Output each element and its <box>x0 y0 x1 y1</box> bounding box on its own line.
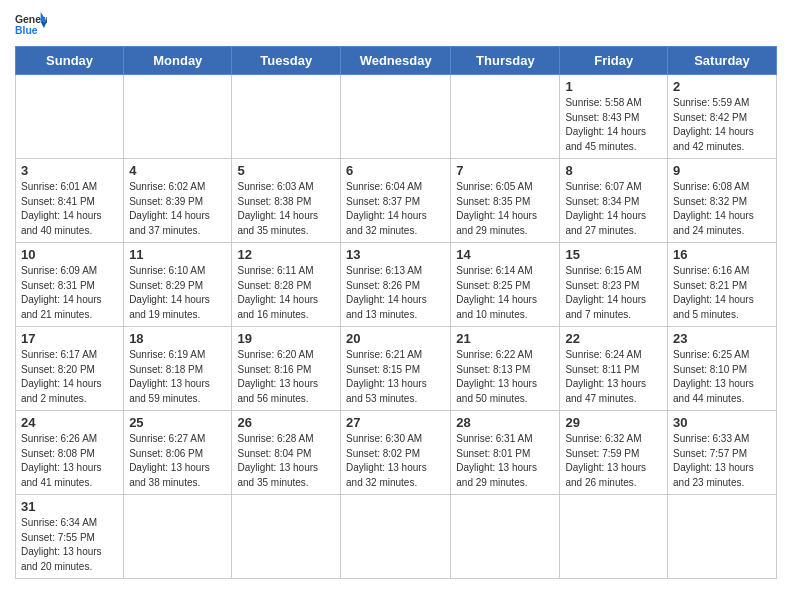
calendar-day-cell <box>124 495 232 579</box>
weekday-header-friday: Friday <box>560 47 668 75</box>
day-info: Sunrise: 6:14 AM Sunset: 8:25 PM Dayligh… <box>456 264 554 322</box>
day-info: Sunrise: 6:07 AM Sunset: 8:34 PM Dayligh… <box>565 180 662 238</box>
calendar-table: SundayMondayTuesdayWednesdayThursdayFrid… <box>15 46 777 579</box>
calendar-day-cell <box>560 495 668 579</box>
day-info: Sunrise: 6:10 AM Sunset: 8:29 PM Dayligh… <box>129 264 226 322</box>
day-info: Sunrise: 6:22 AM Sunset: 8:13 PM Dayligh… <box>456 348 554 406</box>
day-number: 30 <box>673 415 771 430</box>
day-number: 26 <box>237 415 335 430</box>
calendar-day-cell <box>451 495 560 579</box>
day-info: Sunrise: 6:05 AM Sunset: 8:35 PM Dayligh… <box>456 180 554 238</box>
calendar-day-cell <box>232 75 341 159</box>
day-info: Sunrise: 6:16 AM Sunset: 8:21 PM Dayligh… <box>673 264 771 322</box>
calendar-day-cell <box>451 75 560 159</box>
day-number: 24 <box>21 415 118 430</box>
day-number: 8 <box>565 163 662 178</box>
weekday-header-monday: Monday <box>124 47 232 75</box>
day-info: Sunrise: 6:01 AM Sunset: 8:41 PM Dayligh… <box>21 180 118 238</box>
calendar-day-cell: 30Sunrise: 6:33 AM Sunset: 7:57 PM Dayli… <box>668 411 777 495</box>
calendar-day-cell: 5Sunrise: 6:03 AM Sunset: 8:38 PM Daylig… <box>232 159 341 243</box>
day-number: 1 <box>565 79 662 94</box>
generalblue-logo-icon: General Blue <box>15 10 47 38</box>
day-info: Sunrise: 6:03 AM Sunset: 8:38 PM Dayligh… <box>237 180 335 238</box>
calendar-day-cell <box>124 75 232 159</box>
day-info: Sunrise: 5:58 AM Sunset: 8:43 PM Dayligh… <box>565 96 662 154</box>
day-number: 19 <box>237 331 335 346</box>
calendar-day-cell: 22Sunrise: 6:24 AM Sunset: 8:11 PM Dayli… <box>560 327 668 411</box>
day-info: Sunrise: 6:11 AM Sunset: 8:28 PM Dayligh… <box>237 264 335 322</box>
day-info: Sunrise: 6:04 AM Sunset: 8:37 PM Dayligh… <box>346 180 445 238</box>
calendar-day-cell: 21Sunrise: 6:22 AM Sunset: 8:13 PM Dayli… <box>451 327 560 411</box>
day-info: Sunrise: 6:28 AM Sunset: 8:04 PM Dayligh… <box>237 432 335 490</box>
calendar-day-cell: 15Sunrise: 6:15 AM Sunset: 8:23 PM Dayli… <box>560 243 668 327</box>
calendar-day-cell: 12Sunrise: 6:11 AM Sunset: 8:28 PM Dayli… <box>232 243 341 327</box>
day-info: Sunrise: 6:20 AM Sunset: 8:16 PM Dayligh… <box>237 348 335 406</box>
calendar-day-cell <box>341 495 451 579</box>
day-number: 7 <box>456 163 554 178</box>
calendar-week-row: 17Sunrise: 6:17 AM Sunset: 8:20 PM Dayli… <box>16 327 777 411</box>
day-number: 14 <box>456 247 554 262</box>
calendar-day-cell: 1Sunrise: 5:58 AM Sunset: 8:43 PM Daylig… <box>560 75 668 159</box>
day-info: Sunrise: 6:31 AM Sunset: 8:01 PM Dayligh… <box>456 432 554 490</box>
calendar-day-cell <box>16 75 124 159</box>
calendar-week-row: 31Sunrise: 6:34 AM Sunset: 7:55 PM Dayli… <box>16 495 777 579</box>
calendar-day-cell: 27Sunrise: 6:30 AM Sunset: 8:02 PM Dayli… <box>341 411 451 495</box>
weekday-header-saturday: Saturday <box>668 47 777 75</box>
day-info: Sunrise: 6:17 AM Sunset: 8:20 PM Dayligh… <box>21 348 118 406</box>
calendar-day-cell: 3Sunrise: 6:01 AM Sunset: 8:41 PM Daylig… <box>16 159 124 243</box>
day-number: 31 <box>21 499 118 514</box>
day-info: Sunrise: 6:21 AM Sunset: 8:15 PM Dayligh… <box>346 348 445 406</box>
weekday-header-tuesday: Tuesday <box>232 47 341 75</box>
calendar-day-cell: 17Sunrise: 6:17 AM Sunset: 8:20 PM Dayli… <box>16 327 124 411</box>
day-info: Sunrise: 6:25 AM Sunset: 8:10 PM Dayligh… <box>673 348 771 406</box>
calendar-day-cell: 19Sunrise: 6:20 AM Sunset: 8:16 PM Dayli… <box>232 327 341 411</box>
calendar-day-cell: 7Sunrise: 6:05 AM Sunset: 8:35 PM Daylig… <box>451 159 560 243</box>
day-number: 12 <box>237 247 335 262</box>
weekday-header-thursday: Thursday <box>451 47 560 75</box>
day-info: Sunrise: 6:26 AM Sunset: 8:08 PM Dayligh… <box>21 432 118 490</box>
calendar-day-cell: 6Sunrise: 6:04 AM Sunset: 8:37 PM Daylig… <box>341 159 451 243</box>
calendar-day-cell: 20Sunrise: 6:21 AM Sunset: 8:15 PM Dayli… <box>341 327 451 411</box>
day-number: 6 <box>346 163 445 178</box>
calendar-day-cell: 25Sunrise: 6:27 AM Sunset: 8:06 PM Dayli… <box>124 411 232 495</box>
weekday-header-row: SundayMondayTuesdayWednesdayThursdayFrid… <box>16 47 777 75</box>
logo: General Blue <box>15 10 47 38</box>
calendar-day-cell: 28Sunrise: 6:31 AM Sunset: 8:01 PM Dayli… <box>451 411 560 495</box>
day-number: 3 <box>21 163 118 178</box>
day-number: 25 <box>129 415 226 430</box>
calendar-day-cell <box>341 75 451 159</box>
calendar-week-row: 10Sunrise: 6:09 AM Sunset: 8:31 PM Dayli… <box>16 243 777 327</box>
day-number: 28 <box>456 415 554 430</box>
calendar-week-row: 3Sunrise: 6:01 AM Sunset: 8:41 PM Daylig… <box>16 159 777 243</box>
day-number: 4 <box>129 163 226 178</box>
calendar-week-row: 24Sunrise: 6:26 AM Sunset: 8:08 PM Dayli… <box>16 411 777 495</box>
day-number: 21 <box>456 331 554 346</box>
svg-text:Blue: Blue <box>15 25 38 36</box>
day-info: Sunrise: 6:27 AM Sunset: 8:06 PM Dayligh… <box>129 432 226 490</box>
day-number: 10 <box>21 247 118 262</box>
day-number: 13 <box>346 247 445 262</box>
day-info: Sunrise: 6:13 AM Sunset: 8:26 PM Dayligh… <box>346 264 445 322</box>
header: General Blue <box>15 10 777 38</box>
day-info: Sunrise: 6:09 AM Sunset: 8:31 PM Dayligh… <box>21 264 118 322</box>
day-number: 9 <box>673 163 771 178</box>
day-info: Sunrise: 6:08 AM Sunset: 8:32 PM Dayligh… <box>673 180 771 238</box>
day-info: Sunrise: 6:19 AM Sunset: 8:18 PM Dayligh… <box>129 348 226 406</box>
calendar-day-cell: 26Sunrise: 6:28 AM Sunset: 8:04 PM Dayli… <box>232 411 341 495</box>
calendar-day-cell: 13Sunrise: 6:13 AM Sunset: 8:26 PM Dayli… <box>341 243 451 327</box>
day-number: 5 <box>237 163 335 178</box>
calendar-day-cell: 16Sunrise: 6:16 AM Sunset: 8:21 PM Dayli… <box>668 243 777 327</box>
day-info: Sunrise: 6:24 AM Sunset: 8:11 PM Dayligh… <box>565 348 662 406</box>
calendar-day-cell: 31Sunrise: 6:34 AM Sunset: 7:55 PM Dayli… <box>16 495 124 579</box>
calendar-day-cell: 14Sunrise: 6:14 AM Sunset: 8:25 PM Dayli… <box>451 243 560 327</box>
calendar-day-cell: 9Sunrise: 6:08 AM Sunset: 8:32 PM Daylig… <box>668 159 777 243</box>
calendar-day-cell: 29Sunrise: 6:32 AM Sunset: 7:59 PM Dayli… <box>560 411 668 495</box>
day-number: 27 <box>346 415 445 430</box>
day-info: Sunrise: 6:30 AM Sunset: 8:02 PM Dayligh… <box>346 432 445 490</box>
day-number: 29 <box>565 415 662 430</box>
calendar-week-row: 1Sunrise: 5:58 AM Sunset: 8:43 PM Daylig… <box>16 75 777 159</box>
day-info: Sunrise: 6:34 AM Sunset: 7:55 PM Dayligh… <box>21 516 118 574</box>
calendar-day-cell: 11Sunrise: 6:10 AM Sunset: 8:29 PM Dayli… <box>124 243 232 327</box>
day-number: 17 <box>21 331 118 346</box>
day-number: 2 <box>673 79 771 94</box>
